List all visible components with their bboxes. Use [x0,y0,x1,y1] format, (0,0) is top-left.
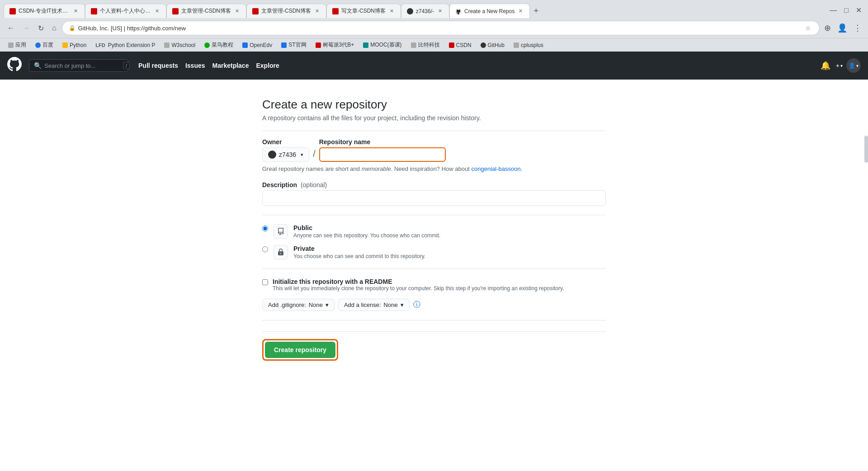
bookmark-bittech[interactable]: 比特科技 [407,40,443,50]
bookmark-label-raspi: 树莓派3代B+ [323,41,354,49]
back-button[interactable]: ← [5,22,17,34]
bookmark-w3school[interactable]: W3school [160,41,199,50]
hint-prefix: Great repository names are short and [262,165,362,172]
lfd-label: LFD [95,42,105,48]
tab-close-csdn-4[interactable]: ✕ [314,8,321,14]
github-logo[interactable] [7,57,22,74]
forward-button[interactable]: → [20,22,33,34]
search-kbd: / [123,62,130,69]
new-tab-button[interactable]: + [530,5,542,18]
private-text: Private You choose who can see and commi… [293,245,425,259]
nav-explore[interactable]: Explore [253,58,282,73]
bookmark-raspi[interactable]: 树莓派3代B+ [312,40,358,50]
public-title: Public [293,224,440,231]
bookmark-favicon-openedv [242,42,248,48]
tab-csdn-1[interactable]: CSDN-专业IT技术社区 ✕ [4,4,85,18]
tab-csdn-2[interactable]: 个人资料-个人中心-CS ✕ [85,4,166,18]
restore-button[interactable]: □ [841,5,851,16]
tab-favicon-csdn-4 [252,8,259,14]
bookmark-python-ext[interactable]: LFD Python Extension P [92,41,159,50]
bookmark-runoob[interactable]: 菜鸟教程 [201,40,237,50]
divider-submit [262,320,606,320]
search-input[interactable] [44,62,120,69]
bookmark-star-icon[interactable]: ☆ [803,24,813,33]
private-icon [274,245,288,259]
bookmark-openedv[interactable]: OpenEdv [239,41,276,50]
bookmark-st[interactable]: ST官网 [278,40,310,50]
tab-label-csdn-4: 文章管理-CSDN博客 [261,7,311,15]
bookmark-favicon-apps [8,42,14,48]
repo-name-label: Repository name [319,138,446,146]
tab-close-csdn-5[interactable]: ✕ [388,8,395,14]
user-icon[interactable]: 👤 [835,22,849,34]
license-label: Add a license: [344,301,381,308]
search-box[interactable]: 🔍 / [29,59,128,72]
minimize-button[interactable]: — [827,5,840,16]
tab-close-csdn-1[interactable]: ✕ [72,8,79,14]
tab-label-csdn-1: CSDN-专业IT技术社区 [19,7,70,15]
license-dropdown[interactable]: Add a license: None ▾ [338,299,410,311]
tab-favicon-csdn-5 [332,8,339,14]
bookmark-github[interactable]: GitHub [477,41,508,50]
nav-issues[interactable]: Issues [183,58,208,73]
user-avatar[interactable]: 👤 ▾ [846,58,861,73]
bookmark-python[interactable]: Python [59,41,90,50]
owner-repo-row: Owner z7436 ▾ / Repository name [262,138,606,162]
dropdown-row: Add .gitignore: None ▾ Add a license: No… [262,299,606,311]
nav-links: Pull requests Issues Marketplace Explore [136,58,282,73]
init-option: Initialize this repository with a README… [262,278,606,292]
bookmark-baidu[interactable]: 百度 [32,40,57,50]
tab-label-csdn-5: 写文章-CSDN博客 [341,7,386,15]
bookmark-label-csdn: CSDN [456,42,472,48]
extensions-icon[interactable]: ⊕ [822,22,833,34]
tab-close-csdn-3[interactable]: ✕ [234,8,241,14]
repo-name-input[interactable] [319,147,446,162]
public-text: Public Anyone can see this repository. Y… [293,224,440,239]
owner-dropdown-arrow: ▾ [301,152,303,158]
scrollbar[interactable] [864,136,868,163]
public-radio[interactable] [262,226,268,231]
tab-csdn-3[interactable]: 文章管理-CSDN博客 ✕ [166,4,246,18]
home-button[interactable]: ⌂ [49,22,59,34]
repo-name-field-group: Repository name [319,138,446,162]
github-nav: 🔍 / Pull requests Issues Marketplace Exp… [0,52,868,80]
tab-close-csdn-2[interactable]: ✕ [154,8,160,14]
owner-select[interactable]: z7436 ▾ [262,147,309,162]
close-button[interactable]: ✕ [853,4,864,16]
address-bar[interactable]: 🔒 GitHub, Inc. [US] | https://github.com… [62,21,820,35]
gitignore-dropdown[interactable]: Add .gitignore: None ▾ [262,299,335,311]
init-checkbox[interactable] [262,279,268,285]
tab-csdn-4[interactable]: 文章管理-CSDN博客 ✕ [246,4,326,18]
desc-optional-label: (optional) [301,181,327,188]
bookmark-cplusplus[interactable]: cplusplus [510,41,547,50]
bookmark-label-apps: 应用 [15,41,26,49]
tab-csdn-5[interactable]: 写文章-CSDN博客 ✕ [326,4,401,18]
private-desc: You choose who can see and commit to thi… [293,253,425,259]
tab-close-z7436[interactable]: ✕ [437,8,443,14]
tab-close-create[interactable]: ✕ [517,8,524,14]
divider-visibility [262,215,606,215]
bookmark-apps[interactable]: 应用 [5,40,30,50]
hint-suggestion[interactable]: congenial-bassoon [471,165,520,172]
nav-marketplace[interactable]: Marketplace [210,58,252,73]
lock-icon: 🔒 [69,25,75,31]
bookmark-favicon-baidu [35,42,41,48]
description-input[interactable] [262,190,606,206]
tab-create-repo[interactable]: Create a New Repos ✕ [449,4,530,18]
bookmark-csdn[interactable]: CSDN [445,41,475,50]
notifications-button[interactable]: 🔔 [819,59,832,72]
bookmark-mooc[interactable]: MOOC(慕课) [359,40,405,50]
nav-pull-requests[interactable]: Pull requests [136,58,181,73]
tab-favicon-csdn-3 [172,8,179,14]
bookmark-favicon-st [281,42,287,48]
bookmark-favicon-mooc [363,42,368,48]
info-icon[interactable]: ⓘ [413,300,420,310]
page-title: Create a new repository [262,98,606,112]
tab-z7436[interactable]: z7436/- ✕ [401,4,449,18]
divider-init [262,268,606,269]
reload-button[interactable]: ↻ [35,22,47,34]
new-menu-button[interactable]: + ▾ [836,62,843,69]
menu-icon[interactable]: ⋮ [852,22,863,34]
private-radio[interactable] [262,246,268,252]
create-repository-button[interactable]: Create repository [265,342,335,358]
